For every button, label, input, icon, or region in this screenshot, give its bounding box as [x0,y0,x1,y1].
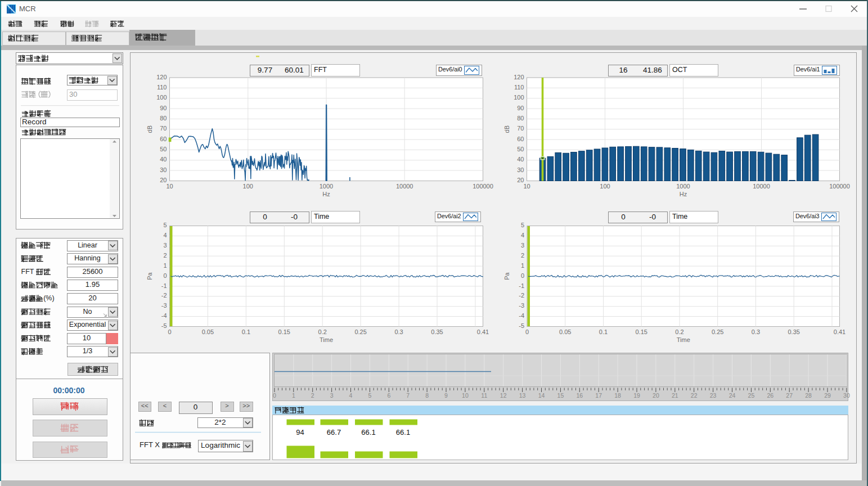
svg-text:10000: 10000 [753,183,770,190]
svg-text:18: 18 [614,392,621,399]
svg-text:(%): (%) [43,294,54,302]
svg-text:0.1: 0.1 [599,328,608,335]
svg-text:25600: 25600 [82,267,102,276]
svg-text:0: 0 [163,272,167,279]
svg-text:70: 70 [517,125,524,132]
svg-text:0.41: 0.41 [477,328,489,335]
svg-text:25: 25 [748,392,755,399]
svg-text:0: 0 [621,213,626,221]
svg-text:19: 19 [633,392,640,399]
svg-text:Exponential: Exponential [69,321,106,328]
svg-text:110: 110 [514,84,524,91]
svg-text:7: 7 [406,392,410,399]
svg-text:120: 120 [156,74,167,80]
svg-text:Dev6/ai3: Dev6/ai3 [795,213,820,219]
svg-text:>>: >> [242,402,250,409]
svg-text:0.05: 0.05 [559,328,571,335]
svg-text:dB: dB [146,125,153,133]
svg-text:0: 0 [525,328,529,335]
svg-text:17: 17 [595,392,602,399]
svg-text:1: 1 [521,262,524,269]
svg-text:20: 20 [653,392,659,399]
svg-text:60: 60 [160,136,167,142]
svg-text:3: 3 [163,242,167,249]
svg-text:2: 2 [521,252,524,259]
svg-text:90: 90 [160,105,167,111]
svg-text:Dev6/ai1: Dev6/ai1 [796,66,820,73]
svg-text:Record: Record [22,118,47,126]
svg-text:0: 0 [168,328,171,335]
svg-text:12: 12 [500,392,507,399]
svg-text:21: 21 [672,392,678,399]
svg-text:Time: Time [314,213,329,220]
svg-text:-1: -1 [161,282,167,289]
svg-text:8: 8 [425,392,429,399]
svg-text:0: 0 [521,272,524,279]
svg-text:1.95: 1.95 [86,280,100,289]
svg-text:94: 94 [296,428,304,436]
svg-text:4: 4 [163,232,167,238]
svg-text:Dev6/ai0: Dev6/ai0 [438,66,462,73]
svg-text:<: < [163,402,167,409]
svg-text:0.35: 0.35 [431,328,443,335]
svg-text:40: 40 [517,156,524,163]
svg-text:FFT: FFT [21,268,34,276]
svg-text:100000: 100000 [829,183,850,190]
svg-text:1: 1 [163,262,167,269]
svg-text:0.1: 0.1 [242,328,250,335]
svg-text:Hanning: Hanning [74,254,101,262]
svg-text:-2: -2 [519,292,524,299]
svg-text:0.25: 0.25 [354,328,366,335]
svg-text:0.15: 0.15 [278,328,290,335]
svg-text:120: 120 [514,74,524,80]
svg-text:29: 29 [824,392,831,399]
svg-text:Time: Time [677,336,690,343]
svg-text:70: 70 [160,125,167,132]
svg-text:-0: -0 [649,213,656,221]
svg-text:0: 0 [194,403,198,411]
svg-text:-3: -3 [161,302,167,309]
svg-text:80: 80 [517,115,524,122]
svg-text:110: 110 [157,84,167,91]
svg-text:Dev6/ai2: Dev6/ai2 [437,213,461,219]
svg-text:5: 5 [163,222,167,228]
svg-text:5: 5 [368,392,371,399]
svg-text:Hz: Hz [680,191,687,197]
svg-text:MCR: MCR [19,4,36,13]
svg-text:24: 24 [729,392,736,399]
svg-text:6: 6 [387,392,390,399]
svg-text:OCT: OCT [672,66,687,74]
svg-text:4: 4 [521,232,524,238]
svg-text:1: 1 [292,392,295,399]
svg-text:Pa: Pa [146,272,153,280]
svg-text:30: 30 [843,392,850,399]
svg-text:0.3: 0.3 [394,328,403,335]
svg-text:10000: 10000 [396,183,413,190]
svg-text:-2: -2 [161,292,167,299]
svg-text:0.3: 0.3 [752,328,760,335]
svg-text:-5: -5 [161,322,167,329]
svg-text:0.15: 0.15 [635,328,647,335]
svg-text:<<: << [141,402,149,409]
svg-text:No: No [83,308,92,316]
svg-text:100000: 100000 [473,183,493,190]
svg-text:66.1: 66.1 [396,428,410,436]
svg-text:0: 0 [273,392,276,399]
svg-text:100: 100 [156,94,167,101]
svg-text:14: 14 [538,392,545,399]
svg-text:Linear: Linear [78,241,97,249]
svg-text:9: 9 [444,392,448,399]
svg-text:0.2: 0.2 [675,328,683,335]
svg-text:22: 22 [691,392,698,399]
svg-text:0.41: 0.41 [834,328,845,335]
svg-text:-5: -5 [519,322,524,329]
svg-text:1000: 1000 [676,183,690,190]
svg-text:13: 13 [519,392,526,399]
svg-text:40: 40 [160,156,167,163]
svg-text:>: > [225,402,228,409]
svg-text:Time: Time [672,213,687,220]
svg-text:0.05: 0.05 [202,328,214,335]
svg-text:100: 100 [600,183,610,190]
svg-text:-4: -4 [519,312,524,319]
svg-text:10: 10 [83,334,91,342]
